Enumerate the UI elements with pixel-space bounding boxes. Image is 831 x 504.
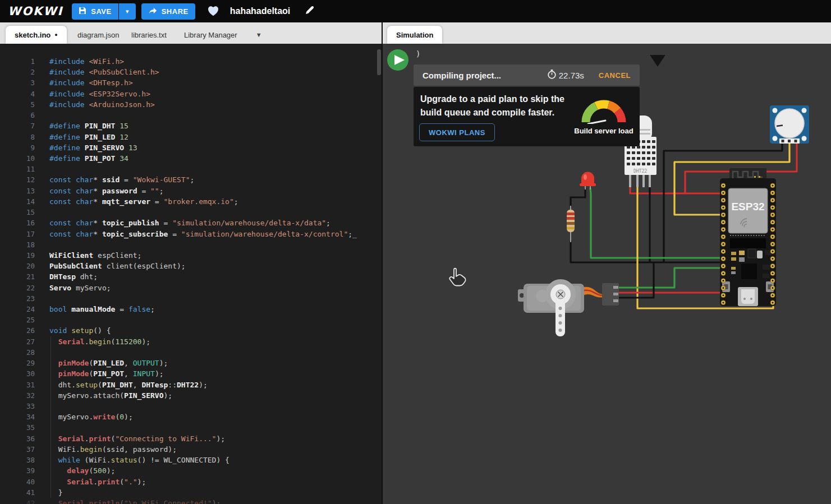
- code-line[interactable]: 17const char* topic_subscribe = "simulat…: [0, 229, 382, 239]
- code-line[interactable]: 24bool manualMode = false;: [0, 304, 382, 315]
- code-line[interactable]: 40 Serial.print(".");: [0, 477, 382, 487]
- edit-pencil-icon[interactable]: [305, 6, 314, 17]
- red-led[interactable]: [580, 172, 596, 189]
- line-number: 4: [0, 89, 35, 99]
- code-line[interactable]: 5#include <ArduinoJson.h>: [0, 99, 382, 110]
- code-line[interactable]: 23: [0, 293, 382, 304]
- top-bar: WOKWI SAVE ▾ SHARE hahahadeltaoi: [0, 0, 831, 22]
- code-line[interactable]: 27 Serial.begin(115200);: [0, 336, 382, 347]
- code-line[interactable]: 42 Serial.println("\n WiFi Connected!");: [0, 498, 382, 504]
- code-line[interactable]: 33: [0, 401, 382, 411]
- tab-simulation[interactable]: Simulation: [387, 26, 442, 44]
- code-line[interactable]: 7#define PIN_DHT 15: [0, 121, 382, 131]
- code-line[interactable]: 26void setup() {: [0, 325, 382, 336]
- code-line[interactable]: 8#define PIN_LED 12: [0, 132, 382, 142]
- tab-libraries-txt[interactable]: libraries.txt: [122, 26, 176, 44]
- line-number: 1: [0, 56, 35, 67]
- tab-library-manager[interactable]: Library Manager ▼: [175, 26, 271, 44]
- line-number: 14: [0, 196, 35, 207]
- compiling-toast: Compiling project... 22.73s CANCEL: [414, 64, 640, 86]
- code-line[interactable]: 20PubSubClient client(espClient);: [0, 261, 382, 271]
- code-line[interactable]: 3#include <DHTesp.h>: [0, 77, 382, 88]
- save-button[interactable]: SAVE: [72, 3, 118, 20]
- project-name[interactable]: hahahadeltaoi: [230, 6, 291, 16]
- code-line[interactable]: 31 dht.setup(PIN_DHT, DHTesp::DHT22);: [0, 380, 382, 390]
- share-button-label: SHARE: [162, 7, 189, 16]
- save-dropdown-caret[interactable]: ▾: [119, 3, 136, 20]
- wire-green-servo-signal: [619, 268, 722, 288]
- code-lines: 1#include <WiFi.h>2#include <PubSubClien…: [0, 56, 382, 504]
- upgrade-panel: Upgrade to a paid plan to skip the build…: [414, 87, 640, 146]
- code-line[interactable]: 18: [0, 239, 382, 250]
- code-line[interactable]: 2#include <PubSubClient.h>: [0, 67, 382, 77]
- text-cursor: _: [352, 230, 357, 238]
- dht22-label: DHT22: [633, 169, 647, 174]
- dark-cursor-triangle: [650, 55, 665, 67]
- code-line[interactable]: 39 delay(500);: [0, 465, 382, 476]
- code-line[interactable]: 32 myServo.attach(PIN_SERVO);: [0, 390, 382, 401]
- code-line[interactable]: 21DHTesp dht;: [0, 271, 382, 282]
- heart-icon[interactable]: [206, 4, 220, 19]
- line-number: 11: [0, 164, 35, 174]
- esp32-board[interactable]: ESP32: [720, 168, 776, 306]
- servo-motor[interactable]: [518, 279, 619, 336]
- servo-connector: [602, 283, 619, 306]
- code-line[interactable]: 22Servo myServo;: [0, 283, 382, 293]
- code-line[interactable]: 1#include <WiFi.h>: [0, 56, 382, 67]
- resistor[interactable]: [567, 206, 575, 242]
- tab-label: Simulation: [396, 31, 433, 39]
- wokwi-logo[interactable]: WOKWI: [8, 4, 63, 18]
- code-line[interactable]: 4#include <ESP32Servo.h>: [0, 89, 382, 99]
- line-number: 3: [0, 77, 35, 88]
- code-line[interactable]: 36 Serial.print("Connecting to WiFi...")…: [0, 433, 382, 444]
- code-line[interactable]: 35: [0, 422, 382, 433]
- tab-sketch-ino[interactable]: sketch.ino ●: [6, 26, 67, 44]
- code-line[interactable]: 34 myServo.write(0);: [0, 411, 382, 422]
- code-line[interactable]: 19WiFiClient espClient;: [0, 250, 382, 261]
- code-line[interactable]: 41 }: [0, 487, 382, 498]
- code-line[interactable]: 13const char* password = "";: [0, 186, 382, 196]
- line-number: 6: [0, 110, 35, 121]
- cancel-button[interactable]: CANCEL: [599, 71, 631, 80]
- potentiometer[interactable]: [770, 105, 809, 144]
- save-button-label: SAVE: [91, 7, 111, 16]
- tab-diagram-json[interactable]: diagram.json: [68, 26, 128, 44]
- line-number: 38: [0, 455, 35, 465]
- line-number: 37: [0, 444, 35, 455]
- line-number: 9: [0, 142, 35, 153]
- code-line[interactable]: 11: [0, 164, 382, 174]
- line-number: 18: [0, 239, 35, 250]
- editor-scrollbar-thumb[interactable]: [377, 49, 381, 75]
- share-button[interactable]: SHARE: [141, 3, 195, 20]
- pot-knob[interactable]: [775, 109, 804, 138]
- play-button[interactable]: [387, 49, 408, 71]
- code-line[interactable]: 25: [0, 315, 382, 325]
- gauge-graphic: [573, 90, 635, 124]
- code-line[interactable]: 29 pinMode(PIN_LED, OUTPUT);: [0, 358, 382, 368]
- code-line[interactable]: 14const char* mqtt_server = "broker.emqx…: [0, 196, 382, 207]
- line-number: 21: [0, 271, 35, 282]
- code-line[interactable]: 9#define PIN_SERVO 13: [0, 142, 382, 153]
- line-number: 7: [0, 121, 35, 131]
- code-line[interactable]: 37 WiFi.begin(ssid, password);: [0, 444, 382, 455]
- code-line[interactable]: 38 while (WiFi.status() != WL_CONNECTED)…: [0, 455, 382, 465]
- code-line[interactable]: 15: [0, 207, 382, 218]
- wokwi-plans-button[interactable]: WOKWI PLANS: [419, 123, 495, 141]
- line-number: 17: [0, 229, 35, 239]
- line-number: 26: [0, 325, 35, 336]
- line-number: 39: [0, 465, 35, 476]
- code-line[interactable]: 16const char* topic_publish = "simulatio…: [0, 218, 382, 228]
- panel-divider: [382, 22, 383, 504]
- tab-label: libraries.txt: [131, 31, 167, 39]
- simulation-panel: ) Compiling project... 22.73s CANCEL Upg…: [382, 44, 831, 504]
- code-line[interactable]: 12const char* ssid = "Wokwi-GUEST";: [0, 174, 382, 185]
- code-line[interactable]: 10#define PIN_POT 34: [0, 153, 382, 164]
- code-editor[interactable]: 1#include <WiFi.h>2#include <PubSubClien…: [0, 44, 382, 504]
- wire-green-led-anode: [590, 188, 722, 258]
- code-line[interactable]: 28: [0, 347, 382, 358]
- tab-label: Library Manager: [184, 31, 237, 39]
- code-line[interactable]: 30 pinMode(PIN_POT, INPUT);: [0, 368, 382, 379]
- code-line[interactable]: 6: [0, 110, 382, 121]
- line-number: 35: [0, 422, 35, 433]
- tab-strip: sketch.ino ● diagram.json libraries.txt …: [0, 22, 831, 44]
